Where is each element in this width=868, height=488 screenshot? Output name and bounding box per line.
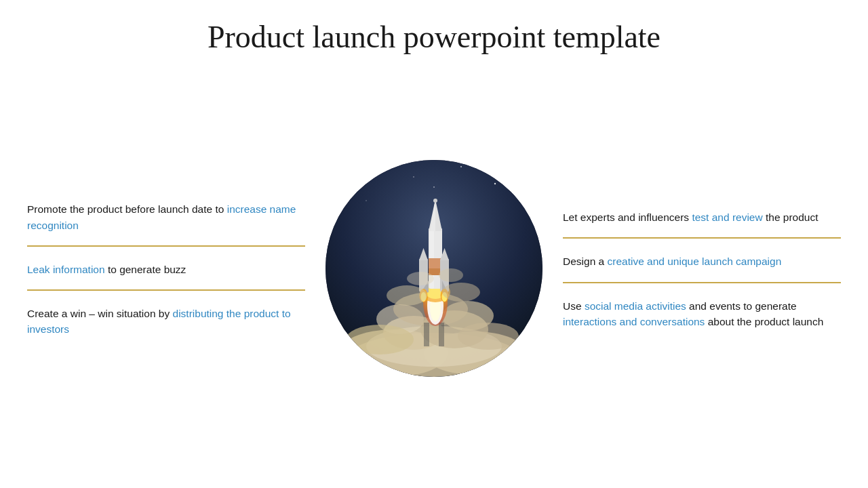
center-image — [326, 160, 542, 377]
svg-point-8 — [366, 200, 367, 201]
svg-point-2 — [379, 169, 380, 170]
left-item-1-text-before: Promote the product before launch date t… — [27, 203, 227, 215]
right-item-1: Let experts and influencers test and rev… — [563, 195, 841, 239]
right-item-2-highlight: creative and unique launch campaign — [607, 256, 781, 267]
right-column: Let experts and influencers test and rev… — [542, 195, 841, 342]
svg-point-18 — [346, 325, 414, 354]
left-item-3: Create a win – win situation by distribu… — [27, 291, 305, 350]
svg-point-33 — [433, 199, 437, 203]
content-area: Promote the product before launch date t… — [0, 62, 868, 488]
right-item-2: Design a creative and unique launch camp… — [563, 239, 841, 283]
slide: Product launch powerpoint template Promo… — [0, 0, 868, 488]
svg-point-1 — [352, 180, 353, 181]
left-column: Promote the product before launch date t… — [27, 186, 326, 349]
right-item-3: Use social media activities and events t… — [563, 283, 841, 342]
right-item-3-highlight1: social media activities — [585, 300, 686, 312]
left-item-3-text-before: Create a win – win situation by — [27, 308, 173, 319]
right-item-3-text-before: Use — [563, 300, 585, 312]
left-item-1: Promote the product before launch date t… — [27, 186, 305, 247]
svg-point-7 — [433, 186, 435, 188]
svg-point-6 — [521, 173, 523, 174]
right-item-3-text-mid: and events to generate — [686, 300, 797, 312]
left-item-2: Leak information to generate buzz — [27, 247, 305, 291]
right-item-3-text-after: about the product launch — [705, 316, 823, 327]
right-item-3-highlight2: interactions and conversations — [563, 316, 705, 327]
svg-point-44 — [387, 285, 427, 306]
svg-rect-21 — [439, 323, 444, 346]
left-item-2-text-after: to generate buzz — [105, 264, 186, 275]
svg-point-47 — [439, 268, 463, 282]
svg-rect-20 — [424, 323, 429, 346]
right-item-2-text-before: Design a — [563, 256, 607, 267]
svg-point-45 — [442, 283, 480, 302]
right-item-1-text-before: Let experts and influencers — [563, 211, 692, 223]
svg-point-5 — [494, 182, 496, 184]
right-item-1-text-after: the product — [763, 211, 818, 223]
svg-point-19 — [458, 323, 519, 350]
right-item-1-highlight: test and review — [692, 211, 762, 223]
svg-point-3 — [413, 176, 414, 178]
svg-point-46 — [407, 272, 434, 285]
left-item-2-highlight: Leak information — [27, 264, 105, 275]
svg-point-4 — [460, 166, 462, 167]
page-title: Product launch powerpoint template — [208, 19, 660, 55]
